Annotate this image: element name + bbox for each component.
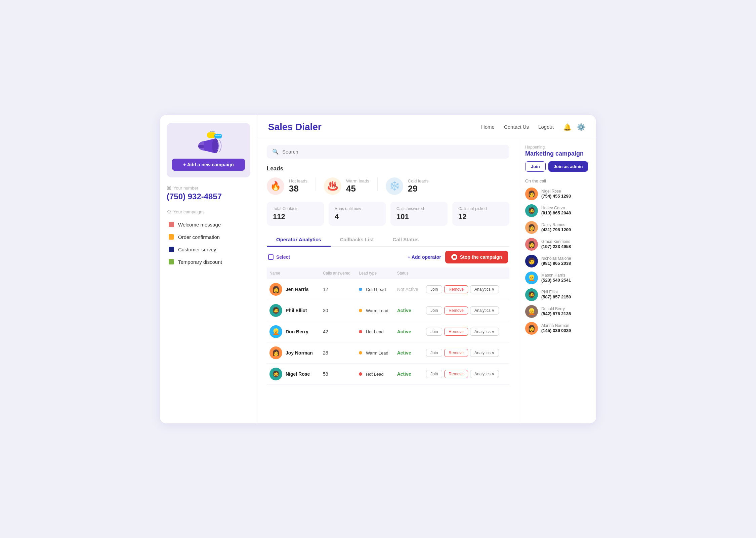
nav-contact[interactable]: Contact Us [504, 124, 529, 130]
table-row: 👱 Don Berry 42 Hot Lead Active Join Remo… [267, 321, 509, 342]
search-bar[interactable]: 🔍 [267, 145, 509, 159]
operator-lead-type: Warm Lead [356, 342, 394, 363]
header-nav: Home Contact Us Logout [481, 124, 554, 130]
leads-cards: 🔥 Hot leads 38 ♨️ Warm leads 45 [267, 177, 509, 195]
caller-item: 🧑 Nicholas Malone (981) 865 2038 [525, 255, 590, 267]
remove-operator-button[interactable]: Remove [444, 306, 468, 315]
header: Sales Dialer Home Contact Us Logout 🔔 ⚙️ [257, 115, 596, 138]
stat-calls-not-picked: Calls not picked 12 [452, 202, 509, 226]
table-row: 👩 Joy Norman 28 Warm Lead Active Join Re… [267, 342, 509, 363]
svg-rect-17 [453, 256, 456, 258]
caller-phone: (542) 876 2135 [541, 311, 571, 316]
analytics-button[interactable]: Analytics ∨ [470, 306, 499, 315]
remove-operator-button[interactable]: Remove [444, 328, 468, 336]
tab-call-status[interactable]: Call Status [383, 233, 428, 247]
caller-avatar: 👩 [525, 221, 538, 234]
campaign-item[interactable]: Customer survey [167, 244, 250, 255]
campaign-item[interactable]: Temporary discount [167, 256, 250, 267]
nav-home[interactable]: Home [481, 124, 495, 130]
select-button[interactable]: Select [268, 254, 290, 260]
operator-actions: Join Remove Analytics ∨ [423, 300, 509, 321]
right-panel: Happening Marketing campaign Join Join a… [519, 138, 596, 423]
stat-value: 4 [335, 212, 380, 221]
add-campaign-button[interactable]: + Add a new campaign [172, 159, 245, 171]
analytics-button[interactable]: Analytics ∨ [470, 328, 499, 336]
campaign-item[interactable]: Welcome message [167, 219, 250, 230]
hot-leads-label: Hot leads [289, 178, 307, 183]
lead-type-dot [359, 351, 362, 355]
warm-leads-label: Warm leads [346, 178, 369, 183]
nav-logout[interactable]: Logout [538, 124, 554, 130]
stop-campaign-button[interactable]: Stop the campaign [445, 251, 508, 263]
bell-icon[interactable]: 🔔 [563, 123, 572, 131]
campaign-name: Marketing campaign [525, 150, 590, 157]
operator-status: Active [394, 300, 424, 321]
operator-name: Phil Elliot [286, 308, 307, 313]
status-badge: Active [397, 350, 411, 356]
join-operator-button[interactable]: Join [426, 349, 442, 357]
operator-name: Nigel Rose [286, 371, 310, 377]
caller-phone: (013) 865 2048 [541, 210, 571, 215]
action-buttons: Join Remove Analytics ∨ [426, 306, 507, 315]
action-buttons: Join Remove Analytics ∨ [426, 285, 507, 293]
toolbar-right: + Add operator Stop the campaign [408, 251, 508, 263]
lead-type-dot [359, 330, 362, 333]
campaign-item[interactable]: Order confirmation [167, 232, 250, 243]
operator-actions: Join Remove Analytics ∨ [423, 342, 509, 363]
caller-name: Nigel Rose [541, 189, 571, 194]
caller-phone: (587) 857 2150 [541, 294, 571, 299]
on-call-label: On the call [525, 178, 590, 183]
divider [377, 177, 378, 191]
caller-item: 🧔 Harley Garza (013) 865 2048 [525, 204, 590, 217]
lead-type-dot [359, 288, 362, 291]
remove-operator-button[interactable]: Remove [444, 370, 468, 378]
caller-name: Harley Garza [541, 206, 571, 210]
divider [316, 177, 316, 191]
caller-phone: (523) 540 2541 [541, 278, 571, 283]
status-badge: Active [397, 308, 411, 313]
table-row: 🧔 Phil Elliot 30 Warm Lead Active Join R… [267, 300, 509, 321]
operator-name: Jen Harris [286, 287, 308, 292]
table-toolbar: Select + Add operator Stop the campaign [267, 247, 509, 267]
your-number-label: Your number [167, 185, 250, 191]
analytics-button[interactable]: Analytics ∨ [470, 370, 499, 378]
search-input[interactable] [282, 149, 504, 155]
lead-type-text: Cold Lead [366, 287, 386, 292]
tabs: Operator Analytics Callbacks List Call S… [267, 233, 509, 247]
action-buttons: Join Remove Analytics ∨ [426, 328, 507, 336]
join-operator-button[interactable]: Join [426, 370, 442, 378]
remove-operator-button[interactable]: Remove [444, 285, 468, 293]
hot-leads-icon: 🔥 [267, 177, 284, 195]
gear-icon[interactable]: ⚙️ [577, 123, 585, 131]
join-admin-button[interactable]: Join as admin [548, 161, 588, 172]
operator-name: Don Berry [286, 329, 308, 334]
svg-rect-8 [213, 131, 215, 132]
caller-info: Donald Berry (542) 876 2135 [541, 306, 571, 316]
table-row: 🧔 Nigel Rose 58 Hot Lead Active Join Rem… [267, 363, 509, 384]
tab-callbacks-list[interactable]: Callbacks List [331, 233, 383, 247]
operator-calls: 58 [320, 363, 356, 384]
join-operator-button[interactable]: Join [426, 306, 442, 315]
caller-phone: (431) 798 1209 [541, 227, 571, 232]
add-operator-button[interactable]: + Add operator [408, 254, 441, 260]
remove-operator-button[interactable]: Remove [444, 349, 468, 357]
stat-value: 101 [396, 212, 442, 221]
status-badge: Active [397, 371, 411, 377]
app-container: + Add a new campaign Your number (750) 9… [160, 115, 596, 424]
col-calls: Calls answered [320, 267, 356, 279]
analytics-button[interactable]: Analytics ∨ [470, 349, 499, 357]
analytics-button[interactable]: Analytics ∨ [470, 285, 499, 293]
stat-label: Calls answered [396, 206, 442, 211]
operator-calls: 12 [320, 279, 356, 300]
join-operator-button[interactable]: Join [426, 328, 442, 336]
join-button[interactable]: Join [525, 161, 546, 172]
operator-avatar: 👩 [269, 346, 282, 359]
join-operator-button[interactable]: Join [426, 285, 442, 293]
caller-item: 👩 Daisy Ramos (431) 798 1209 [525, 221, 590, 234]
select-checkbox[interactable] [268, 254, 274, 260]
stat-calls-answered: Calls answered 101 [390, 202, 448, 226]
caller-avatar: 👱 [525, 305, 538, 318]
hot-leads-count: 38 [289, 183, 307, 194]
tab-operator-analytics[interactable]: Operator Analytics [267, 233, 331, 247]
main-content: Sales Dialer Home Contact Us Logout 🔔 ⚙️ [257, 115, 596, 423]
